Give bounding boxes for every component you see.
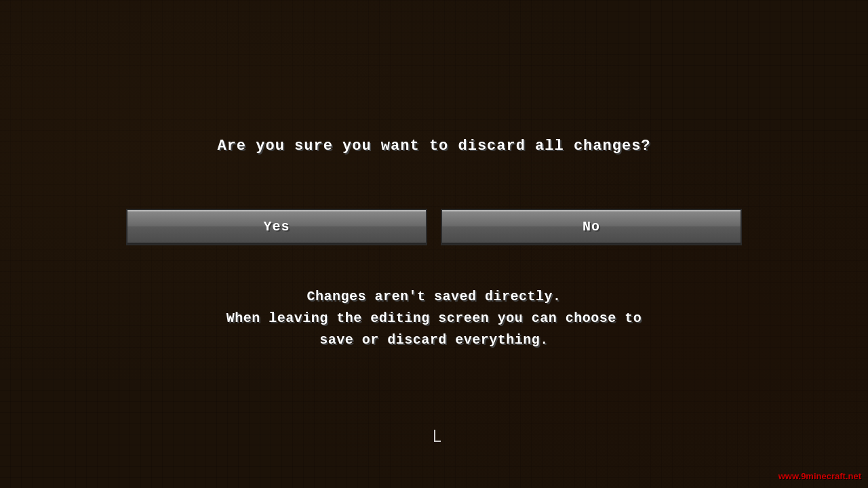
info-line2: When leaving the editing screen you can … bbox=[226, 310, 642, 326]
no-button[interactable]: No bbox=[442, 210, 741, 244]
info-line3: save or discard everything. bbox=[319, 332, 549, 348]
watermark: www.9minecraft.net bbox=[778, 471, 861, 481]
buttons-row: Yes No bbox=[126, 209, 742, 245]
info-line1: Changes aren't saved directly. bbox=[307, 289, 561, 304]
yes-button[interactable]: Yes bbox=[127, 210, 426, 244]
info-text-block: Changes aren't saved directly. When leav… bbox=[226, 286, 642, 351]
no-button-wrapper: No bbox=[441, 209, 742, 245]
dialog-container: Are you sure you want to discard all cha… bbox=[0, 0, 868, 488]
mouse-cursor bbox=[434, 430, 441, 442]
yes-button-wrapper: Yes bbox=[126, 209, 427, 245]
dialog-question: Are you sure you want to discard all cha… bbox=[217, 138, 650, 155]
